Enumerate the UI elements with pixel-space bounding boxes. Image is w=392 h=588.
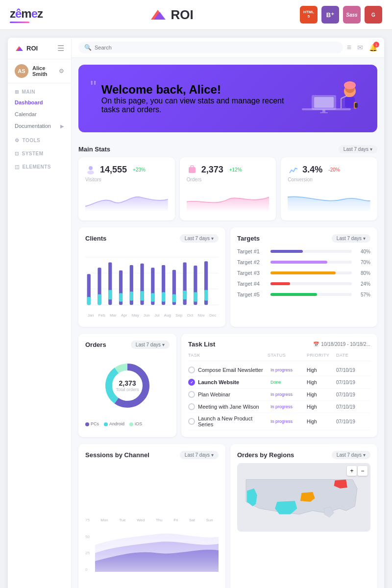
col-priority: PRIORITY xyxy=(307,353,336,358)
task-status-2: Done xyxy=(268,379,307,386)
gulp-badge: G xyxy=(365,6,382,24)
orders-regions-title: Orders by Regions xyxy=(237,451,294,459)
sessions-chart: 7550250 xyxy=(85,518,219,587)
conversion-value: 3.4% xyxy=(302,165,322,175)
svg-point-18 xyxy=(89,166,93,170)
sidebar-item-documentation[interactable]: Documentation ▶ xyxy=(8,120,71,132)
user-settings-icon[interactable]: ⚙ xyxy=(59,68,64,74)
orders-donut: 2,373 Total orders xyxy=(85,354,170,417)
task-row-2: ✓ Launch Website Done High 07/10/19 xyxy=(188,376,370,389)
orders-title: Orders xyxy=(85,341,106,348)
sidebar-section-elements: ◫ ELEMENTS xyxy=(8,158,71,172)
tasklist-title: Task List xyxy=(188,341,215,348)
orders-regions-period[interactable]: Last 7 days ▾ xyxy=(332,451,370,459)
task-status-1: In progress xyxy=(268,367,307,373)
mail-icon[interactable]: ✉ xyxy=(357,44,363,51)
visitors-value: 14,555 xyxy=(100,165,127,175)
tasklist-daterange: 📅 10/18/2019 - 10/18/2... xyxy=(313,342,370,347)
notification-icon[interactable]: 🔔 1 xyxy=(369,44,377,51)
html5-badge: HTML5 xyxy=(300,6,318,24)
svg-rect-44 xyxy=(183,291,186,299)
target-3-name: Target #3 xyxy=(237,270,267,276)
svg-rect-36 xyxy=(140,291,144,301)
targets-header: Targets Last 7 days ▾ xyxy=(237,234,370,248)
orders-change: +12% xyxy=(229,167,242,172)
task-row: Compose Email Newsletter In progress Hig… xyxy=(188,364,370,376)
sidebar-menu-toggle[interactable]: ☰ xyxy=(57,44,64,53)
target-2-bar-bg xyxy=(270,261,352,264)
svg-rect-15 xyxy=(345,97,355,108)
clients-x-labels: JanFebMarAprMayJunJulAugSepOctNovDec xyxy=(85,313,219,318)
task-name-5: Launch a New Product Series xyxy=(188,416,268,427)
targets-period[interactable]: Last 7 days ▾ xyxy=(332,234,370,243)
task-check-1[interactable] xyxy=(188,367,195,373)
target-2-bar-fill xyxy=(270,261,327,264)
donut-value: 2,373 xyxy=(116,379,139,387)
svg-rect-6 xyxy=(314,97,334,108)
svg-point-14 xyxy=(344,81,356,89)
task-status-3: In progress xyxy=(268,391,307,398)
task-priority-1: High xyxy=(307,368,336,373)
target-3-bar-bg xyxy=(270,271,352,274)
svg-rect-26 xyxy=(87,297,91,305)
sessions-period[interactable]: Last 7 days ▾ xyxy=(180,451,219,459)
legend-android: Android xyxy=(104,421,124,426)
col-status: STATUS xyxy=(268,353,307,358)
orders-period[interactable]: Last 7 days ▾ xyxy=(131,341,170,349)
sidebar-section-main-label: MAIN xyxy=(22,89,36,95)
map-zoom-in[interactable]: + xyxy=(347,466,357,476)
target-row-2: Target #2 70% xyxy=(237,259,370,265)
task-check-2[interactable]: ✓ xyxy=(188,379,195,386)
welcome-left: " Welcome back, Alice! On this page, you… xyxy=(90,83,287,114)
task-name-4: Meeting with Jane Wilson xyxy=(188,403,268,410)
illustration-svg xyxy=(287,76,366,121)
welcome-illustration xyxy=(287,76,366,121)
map-controls: + − xyxy=(347,466,368,476)
target-3-bar-fill xyxy=(270,271,336,274)
task-priority-2: High xyxy=(307,380,336,385)
main-stats-period[interactable]: Last 7 days ▾ xyxy=(339,145,377,153)
task-priority-4: High xyxy=(307,404,336,410)
sidebar-section-elements-label: ELEMENTS xyxy=(23,164,51,170)
target-3-pct: 80% xyxy=(356,270,370,276)
col-date: DATE xyxy=(336,353,370,358)
donut-sublabel: Total orders xyxy=(116,387,139,392)
sidebar-section-tools: ⚙ TooLs xyxy=(8,132,71,145)
clients-period[interactable]: Last 7 days ▾ xyxy=(180,234,219,243)
svg-rect-42 xyxy=(172,294,176,302)
task-check-3[interactable] xyxy=(188,391,195,398)
visitors-change: +23% xyxy=(133,167,146,172)
elements-icon: ◫ xyxy=(15,164,20,170)
sidebar-section-system: ⊡ SYSTEM xyxy=(8,145,71,158)
legend-ios: iOS xyxy=(129,421,142,426)
targets-card: Targets Last 7 days ▾ Target #1 40% xyxy=(230,227,377,327)
search-box: 🔍 xyxy=(78,42,343,53)
target-4-bar-fill xyxy=(270,282,290,285)
task-name-2: ✓ Launch Website xyxy=(188,379,268,386)
task-date-5: 07/10/19 xyxy=(336,419,370,424)
sidebar-item-dashboard[interactable]: Dashboard xyxy=(8,97,71,108)
svg-rect-20 xyxy=(189,167,196,173)
sidebar-header: ROI ☰ xyxy=(8,38,71,59)
sidebar-user: AS Alice Smith ⚙ xyxy=(8,59,71,83)
sessions-card: Sessions by Channel Last 7 days ▾ 755025… xyxy=(78,444,225,588)
task-date-4: 07/10/19 xyxy=(336,404,370,410)
welcome-subtitle: On this page, you can view stats and man… xyxy=(101,97,287,114)
quote-icon: " xyxy=(90,79,97,97)
search-input[interactable] xyxy=(95,45,337,50)
orders-value: 2,373 xyxy=(201,165,223,175)
task-check-5[interactable] xyxy=(188,418,195,425)
stat-card-orders: 2,373 +12% Orders xyxy=(180,157,276,220)
conversion-label: Conversion xyxy=(288,177,370,182)
sidebar-item-calendar[interactable]: Calendar xyxy=(8,108,71,120)
target-5-bar-bg xyxy=(270,293,352,296)
svg-rect-48 xyxy=(204,290,208,301)
task-check-4[interactable] xyxy=(188,403,195,410)
target-5-name: Target #5 xyxy=(237,292,267,297)
menu-lines-icon[interactable]: ≡ xyxy=(347,43,351,52)
sessions-area-chart xyxy=(95,518,219,572)
map-zoom-out[interactable]: − xyxy=(358,466,368,476)
target-2-name: Target #2 xyxy=(237,259,267,265)
content-area: 🔍 ≡ ✉ 🔔 1 " Welcome back, Alic xyxy=(72,38,384,588)
target-row-3: Target #3 80% xyxy=(237,270,370,276)
